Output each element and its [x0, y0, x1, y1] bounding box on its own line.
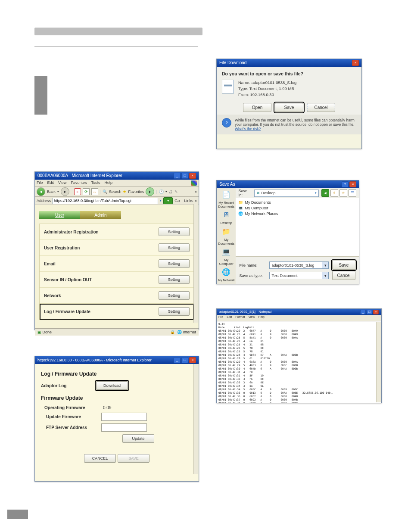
- stop-button[interactable]: ×: [74, 188, 81, 195]
- info-shield-icon: ?: [222, 118, 231, 128]
- np-scrollbar[interactable]: [376, 322, 381, 402]
- menu-favorites[interactable]: Favorites: [71, 180, 87, 186]
- menu-help[interactable]: Help: [104, 180, 112, 186]
- setting-button[interactable]: Setting: [159, 259, 190, 268]
- maximize-button[interactable]: □: [367, 310, 372, 314]
- menu-help[interactable]: Help: [258, 315, 265, 320]
- row-admin-registration: Administrator Registration Setting: [40, 224, 194, 240]
- tab-admin[interactable]: Admin: [80, 211, 121, 219]
- update-fw-label: Update Firmware: [41, 414, 98, 419]
- address-dropdown-icon[interactable]: ▾: [160, 199, 162, 202]
- save-button[interactable]: Save: [275, 103, 303, 112]
- recent-documents-icon[interactable]: 📄: [219, 190, 233, 199]
- my-network-icon[interactable]: 🌐: [219, 268, 233, 277]
- ie-statusbar: ▣ Done 🔒 🌐 Internet: [35, 328, 199, 336]
- minimize-button[interactable]: _: [174, 173, 181, 179]
- savetype-row: Save as type: Text Document ▾ Cancel: [239, 271, 355, 280]
- save-button[interactable]: SAVE: [118, 454, 149, 463]
- close-button[interactable]: ×: [349, 181, 356, 187]
- menu-view[interactable]: View: [249, 315, 255, 320]
- mail-dropdown-icon[interactable]: ▾: [165, 190, 167, 193]
- back-button[interactable]: ◄: [37, 187, 45, 196]
- edit-icon[interactable]: ✎: [174, 190, 178, 194]
- close-button[interactable]: ×: [189, 173, 196, 179]
- np-title: adaptor0101-0552_S[1] - Notepad: [219, 309, 271, 315]
- menu-file[interactable]: File: [37, 180, 43, 186]
- go-button[interactable]: ➔: [163, 197, 173, 204]
- forward-button[interactable]: ►: [61, 187, 69, 196]
- list-item[interactable]: 🌐My Network Places: [238, 211, 356, 217]
- update-firmware-input[interactable]: [101, 413, 147, 421]
- close-button[interactable]: ×: [373, 310, 379, 314]
- nav-up-icon[interactable]: ⇧: [330, 189, 338, 197]
- home-button[interactable]: ⌂: [91, 188, 98, 195]
- setting-button[interactable]: Setting: [159, 243, 190, 252]
- notepad-text[interactable]: 0.34 Date kind LogData 08/01 00:49:29 2 …: [217, 321, 381, 403]
- search-label[interactable]: Search: [109, 190, 121, 194]
- ie-fw-title: https://192.168.0.30 - 000BAA06000A - Mi…: [37, 356, 152, 364]
- list-label: My Network Places: [245, 211, 278, 217]
- menu-edit[interactable]: Edit: [47, 180, 54, 186]
- print-icon[interactable]: 🖨: [169, 190, 173, 194]
- menu-file[interactable]: File: [218, 315, 223, 320]
- setting-button[interactable]: Setting: [159, 307, 190, 316]
- help-button[interactable]: ?: [342, 181, 349, 187]
- close-button[interactable]: ×: [189, 357, 196, 363]
- nav-newfolder-icon[interactable]: ✳: [339, 189, 347, 197]
- menu-format[interactable]: Format: [235, 315, 245, 320]
- cancel-button[interactable]: Cancel: [307, 103, 335, 112]
- filename-combo[interactable]: adaptor0101-0538_S.log ▾: [269, 261, 329, 269]
- warning-body: While files from the Internet can be use…: [235, 118, 355, 127]
- filename-dropdown-icon[interactable]: ▾: [322, 262, 328, 268]
- refresh-button[interactable]: ⟳: [83, 188, 90, 195]
- tab-strip: User Admin: [39, 211, 121, 219]
- list-item[interactable]: 📁My Documents: [238, 200, 356, 205]
- maximize-button[interactable]: □: [181, 173, 188, 179]
- media-button[interactable]: ⏵: [146, 187, 154, 196]
- my-computer-icon[interactable]: 💻: [219, 247, 233, 256]
- operating-fw-label: Operating Firmware: [41, 405, 100, 410]
- favorites-label[interactable]: Favorites: [128, 190, 144, 194]
- file-details: Name: adaptor0101-0538_S.log Type: Text …: [238, 80, 296, 98]
- setting-button[interactable]: Setting: [159, 275, 190, 284]
- update-firmware-row: Update Firmware: [41, 413, 193, 421]
- update-button-row: Update: [41, 434, 193, 443]
- minimize-button[interactable]: _: [174, 357, 181, 363]
- toolbar-overflow-icon[interactable]: »: [195, 190, 197, 194]
- nav-back-icon[interactable]: ◄: [321, 189, 329, 197]
- whats-the-risk-link[interactable]: What's the risk?: [235, 127, 261, 131]
- setting-button[interactable]: Setting: [159, 291, 190, 300]
- download-button[interactable]: Download: [96, 381, 128, 390]
- open-button[interactable]: Open: [243, 103, 271, 112]
- maximize-button[interactable]: □: [181, 357, 188, 363]
- savetype-dropdown-icon[interactable]: ▾: [322, 272, 328, 279]
- savein-dropdown-icon[interactable]: ▾: [315, 191, 317, 195]
- history-icon[interactable]: 🕓: [159, 190, 164, 194]
- minimize-button[interactable]: _: [360, 310, 366, 314]
- folder-list[interactable]: 📁My Documents 💻My Computer 🌐My Network P…: [236, 198, 359, 257]
- save-button[interactable]: Save: [332, 261, 355, 270]
- setting-button[interactable]: Setting: [159, 227, 190, 236]
- cancel-button[interactable]: CANCEL: [84, 454, 116, 463]
- ftp-address-input[interactable]: [101, 423, 147, 432]
- menu-view[interactable]: View: [58, 180, 66, 186]
- nav-views-icon[interactable]: ☰: [349, 189, 356, 197]
- update-button[interactable]: Update: [122, 434, 154, 443]
- savetype-combo[interactable]: Text Document ▾: [269, 272, 329, 279]
- my-documents-icon[interactable]: 📁: [219, 227, 233, 236]
- fw-scrollbar[interactable]: [193, 364, 198, 474]
- text-document-icon: [222, 80, 234, 93]
- menu-edit[interactable]: Edit: [227, 315, 232, 320]
- close-button[interactable]: ×: [352, 60, 359, 66]
- list-item[interactable]: 💻My Computer: [238, 205, 356, 211]
- address-input[interactable]: [53, 198, 158, 204]
- desktop-icon[interactable]: 🖥: [219, 210, 233, 219]
- cancel-button[interactable]: Cancel: [332, 271, 355, 280]
- links-overflow-icon[interactable]: »: [195, 199, 197, 203]
- links-label[interactable]: Links: [184, 199, 193, 203]
- back-dropdown-icon[interactable]: ▾: [57, 190, 59, 193]
- ie-scrollbar[interactable]: [193, 204, 198, 323]
- menu-tools[interactable]: Tools: [91, 180, 100, 186]
- savein-combo[interactable]: 🖥 Desktop ▾: [254, 190, 319, 197]
- tab-user[interactable]: User: [39, 211, 80, 219]
